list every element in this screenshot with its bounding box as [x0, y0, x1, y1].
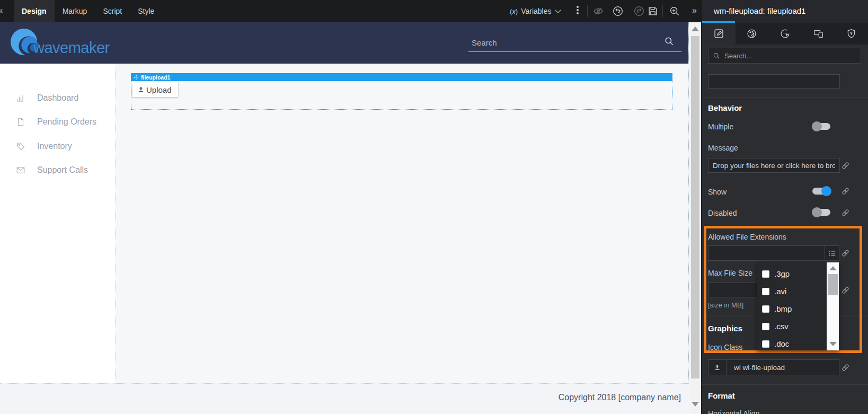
icon-class-bind-link-icon[interactable]	[841, 363, 850, 372]
sidebar-item-dashboard[interactable]: Dashboard	[0, 90, 116, 106]
dropdown-scrollbar[interactable]	[827, 262, 839, 350]
properties-panel: Behavior Multiple Message Show Disabled …	[702, 23, 868, 414]
properties-panel-header: wm-fileupload: fileupload1	[702, 0, 868, 23]
checkbox-unchecked[interactable]	[762, 270, 769, 278]
sidebar-item-label: Inventory	[37, 142, 72, 151]
icon-picker-button[interactable]	[708, 359, 727, 375]
allowed-extensions-input[interactable]	[708, 246, 825, 260]
logo-text: wavemaker	[33, 39, 110, 57]
tab-script[interactable]: Script	[95, 0, 130, 22]
shield-pin-icon	[846, 28, 857, 39]
more-options-button[interactable]	[574, 5, 581, 17]
option-label: .doc	[774, 339, 789, 348]
upload-icon	[713, 364, 721, 372]
dropdown-scrollbar-thumb[interactable]	[828, 274, 838, 295]
message-bind-link-icon[interactable]	[841, 161, 850, 170]
envelope-icon	[16, 165, 25, 175]
icon-class-input[interactable]	[726, 359, 839, 375]
sidebar-item-support-calls[interactable]: Support Calls	[0, 162, 116, 178]
panel-search-field	[708, 48, 861, 64]
tab-markup[interactable]: Markup	[55, 0, 95, 22]
undo-button[interactable]	[612, 5, 624, 17]
panel-search-input[interactable]	[724, 52, 861, 60]
max-file-size-bind-link-icon[interactable]	[841, 286, 850, 295]
option-label: .bmp	[774, 304, 792, 313]
checkbox-unchecked[interactable]	[762, 288, 769, 295]
checkbox-unchecked[interactable]	[762, 323, 769, 330]
sidebar-item-label: Support Calls	[37, 165, 88, 175]
variables-dropdown[interactable]: (x) Variables	[510, 0, 560, 22]
icon-class-field	[708, 359, 839, 375]
tab-devices[interactable]	[802, 23, 835, 45]
zoom-in-button[interactable]	[669, 5, 680, 17]
horizontal-align-label: Horizontal Align	[708, 409, 759, 414]
copyright-text: Copyright 2018 [company name]	[559, 393, 681, 402]
extensions-dropdown: .3gp .avi .bmp .csv .doc	[757, 262, 839, 350]
page-search-input[interactable]	[472, 36, 652, 49]
disabled-label: Disabled	[708, 209, 737, 217]
section-divider	[702, 97, 868, 98]
tab-styles[interactable]	[736, 23, 769, 45]
preview-eye-off-icon[interactable]	[592, 5, 604, 17]
scroll-down-arrow[interactable]	[692, 402, 699, 407]
max-file-size-label: Max File Size	[708, 269, 752, 277]
message-input[interactable]	[708, 158, 840, 173]
design-canvas: wavemaker Dashboard Pending Orders	[0, 22, 701, 414]
canvas-scrollbar[interactable]	[689, 22, 701, 414]
search-icon[interactable]	[664, 36, 674, 46]
checkbox-unchecked[interactable]	[762, 305, 769, 313]
option-label: .avi	[774, 287, 786, 296]
sidebar-item-label: Dashboard	[37, 93, 78, 103]
format-section-title: Format	[708, 391, 735, 400]
extension-option-avi[interactable]: .avi	[757, 283, 827, 300]
widget-name-label: fileupload1	[141, 74, 170, 81]
upload-button[interactable]: Upload	[132, 82, 178, 97]
scroll-up-arrow[interactable]	[692, 27, 699, 31]
show-label: Show	[708, 188, 727, 196]
dropdown-scroll-down-arrow[interactable]	[829, 342, 837, 346]
tab-security[interactable]	[835, 23, 868, 45]
page-nav-sidebar: Dashboard Pending Orders Inventory Suppo…	[0, 64, 116, 383]
show-toggle[interactable]	[812, 186, 831, 196]
tab-design[interactable]: Design	[14, 0, 55, 22]
extension-option-bmp[interactable]: .bmp	[757, 300, 827, 318]
toolbar-divider	[587, 5, 588, 17]
disabled-toggle[interactable]	[812, 207, 831, 217]
widget-selection-bar[interactable]: fileupload1	[131, 73, 672, 81]
search-icon	[713, 52, 720, 59]
page-footer: Copyright 2018 [company name]	[0, 383, 689, 414]
tab-style[interactable]: Style	[130, 0, 162, 22]
extension-option-3gp[interactable]: .3gp	[757, 265, 827, 283]
sidebar-item-pending-orders[interactable]: Pending Orders	[0, 114, 116, 130]
unlabeled-property-input[interactable]	[708, 74, 840, 89]
extension-option-csv[interactable]: .csv	[757, 318, 827, 335]
scrollbar-thumb[interactable]	[691, 36, 699, 378]
multiple-toggle[interactable]	[812, 121, 831, 131]
fileupload-widget: fileupload1 Upload	[131, 73, 672, 110]
bar-chart-icon	[16, 93, 25, 103]
tab-properties[interactable]	[702, 23, 736, 45]
tab-events[interactable]	[768, 23, 802, 45]
disabled-bind-link-icon[interactable]	[841, 208, 850, 217]
size-in-mb-hint: [size in MB]	[708, 301, 743, 309]
save-button[interactable]	[647, 5, 659, 17]
allowed-file-extensions-label: Allowed File Extensions	[708, 233, 786, 241]
checkbox-unchecked[interactable]	[762, 340, 769, 348]
collapse-left-button[interactable]: «	[0, 5, 3, 16]
message-label: Message	[708, 144, 738, 152]
mode-tabs: Design Markup Script Style	[14, 0, 162, 22]
extension-option-doc[interactable]: .doc	[757, 335, 827, 350]
page-header: wavemaker	[0, 22, 688, 64]
option-label: .csv	[774, 322, 789, 331]
tag-icon	[16, 142, 25, 151]
wavemaker-studio: « Design Markup Script Style (x) Variabl…	[0, 0, 868, 414]
dropdown-scroll-up-arrow[interactable]	[829, 266, 837, 270]
show-bind-link-icon[interactable]	[841, 187, 850, 196]
redo-button[interactable]	[633, 5, 645, 17]
palette-icon	[746, 28, 757, 39]
sidebar-item-inventory[interactable]: Inventory	[0, 138, 116, 154]
expand-right-button[interactable]: »	[692, 6, 697, 15]
allowed-extensions-bind-link-icon[interactable]	[841, 249, 850, 258]
extensions-list-button[interactable]	[825, 246, 839, 260]
list-icon	[828, 249, 836, 257]
